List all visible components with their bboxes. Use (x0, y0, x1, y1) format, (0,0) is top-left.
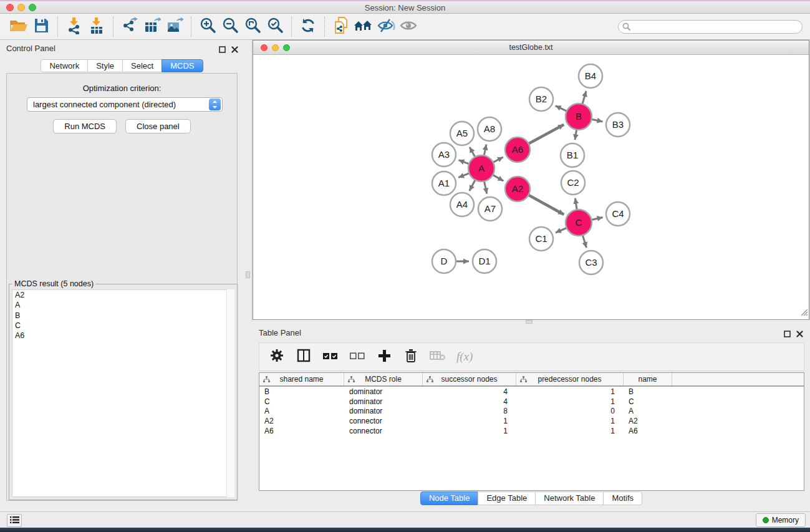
import-table-button[interactable] (85, 16, 108, 37)
table-row[interactable]: A2connector11A2 (259, 416, 804, 426)
search-input[interactable] (618, 20, 803, 34)
zoom-selected-button[interactable] (264, 16, 286, 37)
table-row[interactable]: Bdominator41B (259, 387, 804, 397)
tab-network[interactable]: Network (41, 59, 88, 72)
mcds-result-item[interactable]: A6 (12, 331, 234, 341)
memory-button[interactable]: Memory (756, 513, 806, 527)
column-header[interactable]: name (624, 373, 672, 385)
column-header[interactable]: predecessor nodes (516, 373, 624, 385)
panel-list-button[interactable] (7, 514, 22, 527)
clone-network-button[interactable] (330, 16, 352, 37)
graph-node-B2[interactable]: B2 (529, 87, 553, 111)
network-canvas[interactable]: B4B2BB3A5A8A6A3B1AA1A2C2A4A7CC4C1C3DD1 (253, 56, 809, 319)
titlebar[interactable]: Session: New Session (0, 1, 810, 14)
splitter-grip[interactable] (246, 271, 250, 278)
vertical-splitter[interactable] (244, 40, 253, 511)
show-eye-button[interactable] (397, 16, 420, 37)
show-column-button[interactable] (296, 349, 312, 365)
graph-node-C4[interactable]: C4 (606, 202, 630, 226)
export-network-button[interactable] (118, 16, 141, 37)
open-session-button[interactable] (7, 16, 30, 37)
table-cell: 8 (423, 407, 516, 415)
table-row[interactable]: A6connector11A6 (259, 426, 804, 436)
graph-node-B1[interactable]: B1 (561, 143, 584, 167)
graph-node-C3[interactable]: C3 (579, 251, 603, 274)
mcds-result-item[interactable]: B (12, 311, 234, 321)
zoom-out-button[interactable] (219, 16, 241, 37)
graph-node-A[interactable]: A (468, 155, 494, 181)
export-image-button[interactable] (163, 16, 186, 37)
mcds-list-scrollbar[interactable] (226, 289, 234, 497)
network-window-title: testGlobe.txt (253, 43, 809, 52)
delete-table-button[interactable] (430, 349, 446, 365)
mcds-result-item[interactable]: C (12, 321, 234, 331)
network-window-titlebar[interactable]: testGlobe.txt (253, 41, 809, 55)
graph-node-B3[interactable]: B3 (606, 113, 630, 137)
node-table-header: shared nameMCDS rolesuccessor nodesprede… (259, 373, 804, 387)
tab-edge-table[interactable]: Edge Table (478, 491, 536, 505)
graph-node-A7[interactable]: A7 (478, 197, 502, 221)
run-mcds-button[interactable]: Run MCDS (53, 119, 117, 133)
horizontal-splitter[interactable] (253, 320, 810, 324)
optimization-criterion-label: Optimization criterion: (0, 84, 244, 93)
close-panel-icon[interactable] (796, 329, 803, 340)
import-network-button[interactable] (63, 16, 85, 37)
mcds-result-item[interactable]: A2 (12, 290, 234, 300)
tab-network-table[interactable]: Network Table (535, 491, 604, 505)
graph-node-D[interactable]: D (432, 249, 456, 273)
graph-node-C[interactable]: C (566, 210, 592, 236)
column-header[interactable]: shared name (259, 373, 344, 385)
close-panel-button[interactable]: Close panel (125, 119, 191, 133)
hide-selected-button[interactable] (375, 16, 397, 37)
table-cell: 1 (516, 387, 624, 396)
float-panel-icon[interactable] (219, 44, 226, 56)
graph-node-A6[interactable]: A6 (505, 137, 530, 162)
graph-node-A2[interactable]: A2 (505, 177, 530, 201)
tab-mcds[interactable]: MCDS (162, 59, 203, 72)
column-header[interactable]: successor nodes (423, 373, 516, 385)
tab-style[interactable]: Style (87, 59, 123, 72)
table-settings-button[interactable] (269, 349, 285, 365)
add-column-button[interactable] (376, 349, 392, 365)
graph-node-A1[interactable]: A1 (432, 172, 456, 195)
network-view-window: testGlobe.txt B4B2BB3A5A8A6A3B1AA1A2C2A4… (253, 40, 809, 320)
graph-node-A8[interactable]: A8 (478, 117, 501, 141)
column-header[interactable]: MCDS role (344, 373, 423, 385)
refresh-layout-button[interactable] (297, 16, 319, 37)
resize-grip-icon[interactable] (800, 307, 808, 319)
open-folder-icon (9, 17, 28, 36)
select-all-button[interactable] (322, 349, 339, 365)
export-table-icon (143, 17, 161, 37)
zoom-fit-button[interactable] (241, 16, 264, 37)
tab-select[interactable]: Select (122, 59, 162, 72)
export-table-button[interactable] (141, 16, 163, 37)
show-all-views-button[interactable] (352, 16, 375, 37)
table-row[interactable]: Adominator80A (259, 407, 804, 417)
svg-text:C4: C4 (612, 208, 624, 219)
graph-node-A4[interactable]: A4 (450, 193, 474, 216)
function-builder-button[interactable]: f(x) (456, 349, 473, 365)
deselect-all-button[interactable] (349, 349, 365, 365)
tab-node-table[interactable]: Node Table (420, 491, 479, 505)
graph-node-D1[interactable]: D1 (473, 249, 496, 273)
graph-node-C2[interactable]: C2 (561, 171, 585, 195)
tab-motifs[interactable]: Motifs (603, 491, 642, 505)
save-session-button[interactable] (30, 16, 52, 37)
table-cell: B (624, 387, 672, 396)
graph-node-A5[interactable]: A5 (450, 122, 474, 145)
graph-node-C1[interactable]: C1 (529, 227, 553, 251)
criterion-dropdown[interactable]: largest connected component (directed) (27, 97, 223, 112)
mcds-result-item[interactable]: A (12, 300, 234, 310)
delete-column-button[interactable] (403, 349, 419, 365)
zoom-in-button[interactable] (196, 16, 219, 37)
graph-node-B4[interactable]: B4 (579, 64, 602, 88)
splitter-grip[interactable] (526, 320, 533, 324)
mcds-result-box: MCDS result (5 nodes) A2ABCA6 (9, 284, 238, 500)
graph-node-A3[interactable]: A3 (432, 143, 456, 167)
graph-node-B[interactable]: B (566, 104, 592, 130)
float-panel-icon[interactable] (784, 329, 791, 340)
table-cell: 1 (516, 417, 624, 425)
fx-icon: f(x) (456, 350, 473, 364)
table-row[interactable]: Cdominator41C (259, 397, 804, 407)
close-panel-icon[interactable] (231, 44, 238, 56)
